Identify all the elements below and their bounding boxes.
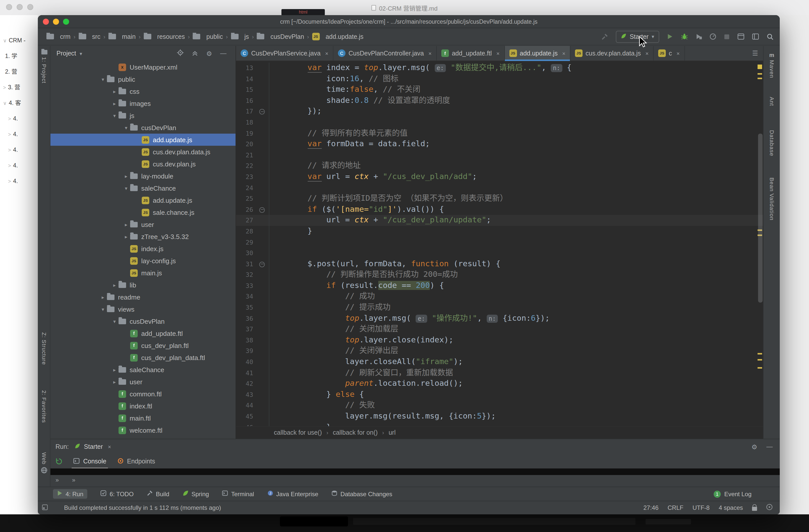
line-number[interactable]: 45 <box>236 411 253 422</box>
hide-panel-icon[interactable]: — <box>767 443 773 450</box>
chevron-down-icon[interactable]: ▾ <box>80 51 82 56</box>
close-icon[interactable]: × <box>646 50 649 56</box>
tree-chevron-icon[interactable]: ▸ <box>110 282 119 288</box>
console-output[interactable] <box>50 468 780 475</box>
collapse-all-icon[interactable] <box>192 49 198 57</box>
tab-console[interactable]: Console <box>68 454 112 468</box>
line-number[interactable]: 14 <box>236 73 253 84</box>
line-number[interactable]: 23 <box>236 171 253 182</box>
tool-window-button-Build[interactable]: Build <box>147 490 169 498</box>
code-line-46[interactable]: 46 } <box>236 422 763 426</box>
fold-marker-icon[interactable] <box>253 106 269 117</box>
warning-mark[interactable] <box>758 73 762 75</box>
code-line-36[interactable]: 36 top.layer.msg( e: "操作成功!", n: {icon:6… <box>236 313 763 324</box>
line-number[interactable]: 17 <box>236 106 253 117</box>
tab-CusDevPlanService.java[interactable]: CCusDevPlanService.java× <box>236 46 333 61</box>
highlighting-level-icon[interactable] <box>766 504 773 512</box>
tree-chevron-icon[interactable]: ▸ <box>110 88 119 94</box>
code-line-34[interactable]: 34 // 成功 <box>236 291 763 302</box>
expand-chevrons-icon[interactable]: » <box>72 477 75 484</box>
event-log-button[interactable]: 1 Event Log <box>714 491 752 497</box>
tree-chevron-icon[interactable]: ▸ <box>110 367 119 373</box>
code-line-23[interactable]: 23 var url = ctx + "/cus_dev_plan/add"; <box>236 171 763 182</box>
line-number[interactable]: 44 <box>236 400 253 411</box>
outline-item[interactable]: >4. <box>0 129 38 145</box>
breadcrumb-item-src[interactable]: src <box>79 33 100 40</box>
project-panel-title[interactable]: Project <box>56 50 76 57</box>
line-number[interactable]: 46 <box>236 422 253 426</box>
warning-mark[interactable] <box>758 353 762 355</box>
code-line-20[interactable]: 20 var formData = data.field; <box>236 139 763 150</box>
run-configuration-select[interactable]: Starter ▾ <box>616 31 659 42</box>
tree-item-user[interactable]: ▸user <box>50 376 236 388</box>
tree-chevron-icon[interactable]: ▾ <box>99 306 107 312</box>
code-line-22[interactable]: 22 // 请求的地址 <box>236 160 763 171</box>
code-line-41[interactable]: 41 // 刷新父窗口，重新加载数据 <box>236 367 763 378</box>
line-number[interactable]: 26 <box>236 204 253 215</box>
code-line-17[interactable]: 17 }); <box>236 106 763 117</box>
tree-item-zTree_v3-3.5.32[interactable]: ▸zTree_v3-3.5.32 <box>50 230 236 243</box>
tab-list-icon[interactable]: ☰ <box>752 46 763 61</box>
warning-mark[interactable] <box>758 359 762 361</box>
line-number[interactable]: 34 <box>236 291 253 302</box>
tree-chevron-icon[interactable]: ▾ <box>110 319 119 324</box>
tree-chevron-icon[interactable]: ▸ <box>110 101 119 106</box>
tree-item-cusDevPlan[interactable]: ▾cusDevPlan <box>50 315 236 327</box>
caret-position[interactable]: 27:46 <box>643 504 658 511</box>
tree-item-lay-module[interactable]: ▸lay-module <box>50 170 236 182</box>
line-number[interactable]: 22 <box>236 160 253 171</box>
code-line-32[interactable]: 32 // 判断操作是否执行成功 200=成功 <box>236 270 763 280</box>
warning-mark[interactable] <box>758 367 762 368</box>
window-split-icon[interactable] <box>737 33 744 40</box>
code-line-18[interactable]: 18 <box>236 117 763 128</box>
line-number[interactable]: 16 <box>236 95 253 106</box>
line-number[interactable]: 28 <box>236 226 253 237</box>
locate-file-icon[interactable] <box>177 49 184 57</box>
settings-gear-icon[interactable]: ⚙ <box>752 443 757 450</box>
code-line-13[interactable]: 13 var index = top.layer.msg( e: "数据提交中,… <box>236 63 763 73</box>
hide-panel-icon[interactable]: — <box>220 50 226 57</box>
tab-CusDevPlanController.java[interactable]: CCusDevPlanController.java× <box>333 46 437 61</box>
debug-button[interactable] <box>681 33 688 40</box>
outline-item[interactable]: ∨CRM - <box>0 35 38 51</box>
breadcrumb-item-crm[interactable]: crm <box>47 33 71 40</box>
code-line-44[interactable]: 44 // 失败 <box>236 400 763 411</box>
profiler-button[interactable] <box>710 33 716 40</box>
code-line-38[interactable]: 38 top.layer.close(index); <box>236 335 763 346</box>
tree-item-images[interactable]: ▸images <box>50 97 236 109</box>
line-number[interactable]: 41 <box>236 367 253 378</box>
editor-layout-icon[interactable] <box>752 33 759 40</box>
code-line-35[interactable]: 35 // 提示成功 <box>236 302 763 313</box>
tool-window-button-Java Enterprise[interactable]: JJava Enterprise <box>267 490 318 498</box>
line-number[interactable]: 27 <box>236 215 253 226</box>
tree-item-welcome.ftl[interactable]: fwelcome.ftl <box>50 424 236 436</box>
editor-breadcrumb-0[interactable]: callback for use() <box>274 429 322 436</box>
line-number[interactable]: 29 <box>236 237 253 247</box>
zoom-window-button[interactable] <box>63 19 69 25</box>
tree-item-cus.dev.plan.js[interactable]: JScus.dev.plan.js <box>50 158 236 170</box>
tree-chevron-icon[interactable]: ▾ <box>99 76 107 82</box>
tree-item-main.ftl[interactable]: fmain.ftl <box>50 412 236 424</box>
tab-add.update.js[interactable]: JSadd.update.js× <box>505 46 570 61</box>
tree-chevron-icon[interactable]: ▾ <box>110 113 119 118</box>
build-hammer-icon[interactable] <box>601 33 608 40</box>
close-icon[interactable]: × <box>108 444 111 450</box>
toolbar-tab-database[interactable]: Database <box>763 130 780 156</box>
tool-window-button-4: Run[interactable]: 4: Run <box>53 489 87 499</box>
toolbar-tab-web[interactable]: Web <box>38 452 50 475</box>
line-number[interactable]: 36 <box>236 313 253 324</box>
fold-marker-icon[interactable] <box>253 204 269 215</box>
code-line-40[interactable]: 40 layer.closeAll("iframe"); <box>236 357 763 367</box>
code-line-25[interactable]: 25 // 判断计划项ID是否为空 （如果不为空，则表示更新） <box>236 193 763 204</box>
tree-chevron-icon[interactable]: ▸ <box>122 173 130 179</box>
code-line-37[interactable]: 37 // 关闭加载层 <box>236 324 763 335</box>
indent-indicator[interactable]: 4 spaces <box>719 504 743 511</box>
breadcrumb-item-resources[interactable]: resources <box>143 33 185 40</box>
tree-item-add_update.ftl[interactable]: fadd_update.ftl <box>50 327 236 339</box>
tree-item-cus_dev_plan.ftl[interactable]: fcus_dev_plan.ftl <box>50 339 236 351</box>
tree-item-public[interactable]: ▾public <box>50 73 236 85</box>
fold-marker-icon[interactable] <box>253 258 269 269</box>
tree-item-lay-config.js[interactable]: JSlay-config.js <box>50 255 236 267</box>
code-line-26[interactable]: 26 if ($('[name="id"]').val()) { <box>236 204 763 215</box>
tree-chevron-icon[interactable]: ▸ <box>99 294 107 300</box>
